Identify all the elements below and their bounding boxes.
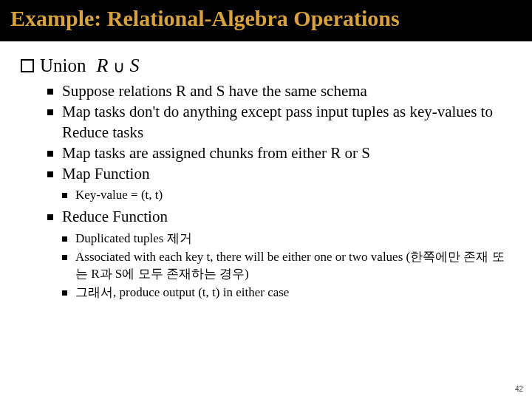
sub-bullet-list: Duplicated tuples 제거 Associated with eac… bbox=[62, 231, 511, 301]
list-item: Map Function bbox=[47, 164, 511, 184]
slide-content: Union R ∪ S Suppose relations R and S ha… bbox=[0, 41, 532, 301]
list-item: Associated with each key t, there will b… bbox=[62, 249, 511, 283]
expr-right: S bbox=[129, 55, 139, 76]
union-expression: R ∪ S bbox=[97, 55, 140, 77]
sub-bullet-list: Key-value = (t, t) bbox=[62, 187, 511, 204]
expr-left: R bbox=[97, 55, 109, 76]
list-item: Suppose relations R and S have the same … bbox=[47, 81, 511, 101]
page-number: 42 bbox=[515, 385, 523, 393]
bullet-list: Reduce Function bbox=[47, 207, 511, 227]
slide-title: Example: Relational-Algebra Operations bbox=[10, 6, 522, 31]
union-symbol-icon: ∪ bbox=[113, 58, 125, 76]
title-bar: Example: Relational-Algebra Operations bbox=[0, 0, 532, 41]
list-item: Reduce Function bbox=[47, 207, 511, 227]
bullet-list: Suppose relations R and S have the same … bbox=[47, 81, 511, 184]
section-heading-row: Union R ∪ S bbox=[21, 55, 511, 77]
list-item: Map tasks are assigned chunks from eithe… bbox=[47, 143, 511, 163]
list-item: Map tasks don't do anything except pass … bbox=[47, 102, 511, 143]
list-item: 그래서, produce output (t, t) in either cas… bbox=[62, 284, 511, 301]
list-item: Key-value = (t, t) bbox=[62, 187, 511, 204]
checkbox-icon bbox=[21, 59, 34, 72]
list-item: Duplicated tuples 제거 bbox=[62, 231, 511, 248]
section-heading: Union bbox=[40, 55, 86, 76]
